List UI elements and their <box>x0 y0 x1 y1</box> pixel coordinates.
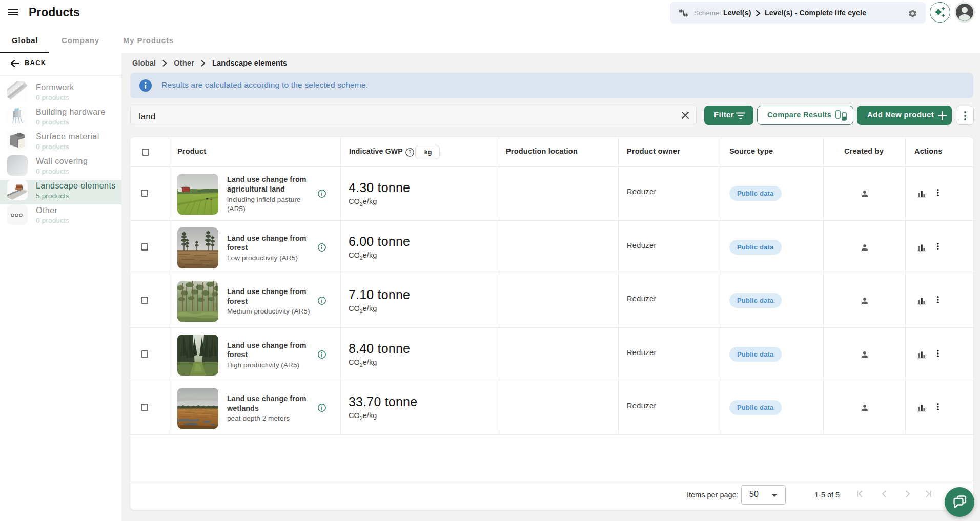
svg-text:?: ? <box>408 149 411 155</box>
